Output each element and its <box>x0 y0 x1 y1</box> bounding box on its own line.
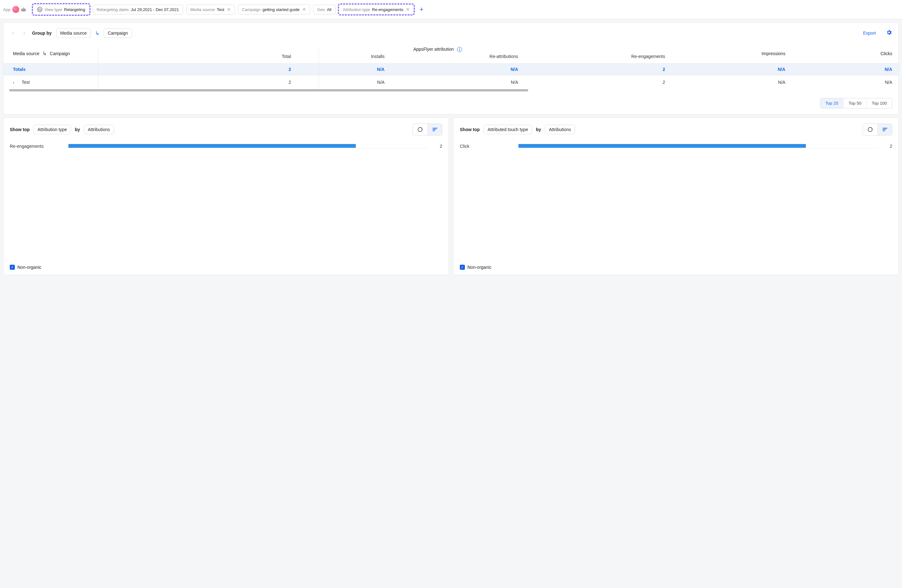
card-footer: ✓ Non-organic <box>10 265 442 270</box>
row-name-cell[interactable]: › Test <box>3 75 204 89</box>
row-reattr: N/A <box>391 75 525 89</box>
dates-label: Retargeting dates <box>97 7 129 12</box>
row-installs: N/A <box>298 75 391 89</box>
dim-header-b: Campaign <box>50 51 70 56</box>
bar-track <box>518 144 878 149</box>
totals-installs: N/A <box>298 64 391 75</box>
bar-label: Re-engagements <box>10 144 63 149</box>
col-group-appsflyer: AppsFlyer attribution i <box>204 44 672 54</box>
donut-view-button[interactable] <box>863 124 877 135</box>
col-header-installs[interactable]: Installs <box>298 54 391 64</box>
filter-attribution-type[interactable]: Attribution type Re-engagements ✕ <box>339 5 414 14</box>
table-totals-row: Totals 2 N/A N/A 2 N/A N/A <box>3 64 899 75</box>
totals-reeng: 2 <box>525 64 671 75</box>
groupby-level1[interactable]: Media source <box>56 28 91 38</box>
bar-view-button[interactable] <box>428 124 442 135</box>
top-25-button[interactable]: Top 25 <box>821 98 843 108</box>
export-button[interactable]: Export <box>863 31 876 36</box>
by-label: by <box>75 127 80 132</box>
view-toggle <box>863 124 892 136</box>
chevron-right-icon[interactable]: › <box>13 80 17 85</box>
close-icon[interactable]: ✕ <box>406 7 410 12</box>
dimension-selector[interactable]: Attributed touch type <box>484 125 532 134</box>
totals-impr: N/A <box>671 64 791 75</box>
by-label: by <box>536 127 541 132</box>
horizontal-scrollbar[interactable] <box>3 89 899 92</box>
gear-icon[interactable] <box>886 29 892 37</box>
filter-dates[interactable]: Retargeting dates Jul 29,2021 - Dec 07,2… <box>92 5 183 14</box>
top-n-selector: Top 25 Top 50 Top 100 <box>3 92 899 114</box>
android-icon: 🤖 <box>21 7 26 12</box>
media-source-value: Test <box>217 7 224 12</box>
metric-selector[interactable]: Attributions <box>545 125 575 134</box>
bar-fill <box>68 144 356 148</box>
bar-row: Re-engagements 2 <box>10 144 442 149</box>
drill-down-icon: ↳ <box>95 30 99 36</box>
non-organic-label: Non-organic <box>467 265 491 270</box>
attr-type-value: Re-engagements <box>372 7 403 12</box>
card-attribution-type: Show top Attribution type by Attribution… <box>3 117 449 275</box>
col-header-clicks[interactable]: Clicks <box>792 44 899 64</box>
filter-view-type[interactable]: ? View type Retargeting <box>33 4 89 15</box>
card-footer: ✓ Non-organic <box>460 265 892 270</box>
table-row[interactable]: › Test 2 N/A N/A 2 N/A N/A <box>3 75 899 89</box>
row-reeng: 2 <box>525 75 671 89</box>
filter-media-source[interactable]: Media source Test ✕ <box>186 5 235 14</box>
bar-fill <box>518 144 806 148</box>
filter-bar: App 🤖 ? View type Retargeting Retargetin… <box>0 0 902 19</box>
add-filter-button[interactable]: + <box>417 5 426 14</box>
campaign-label: Campaign <box>242 7 261 12</box>
info-icon[interactable]: i <box>457 47 462 52</box>
show-top-label: Show top <box>10 127 30 132</box>
close-icon[interactable]: ✕ <box>302 7 306 12</box>
col-header-reattr[interactable]: Re-attributions <box>391 54 525 64</box>
top-50-button[interactable]: Top 50 <box>843 98 866 108</box>
filter-geo[interactable]: Geo All <box>313 5 336 14</box>
donut-view-button[interactable] <box>413 124 428 135</box>
col-header-impressions[interactable]: Impressions <box>671 44 791 64</box>
drill-down-icon: ↳ <box>42 50 47 56</box>
bar-track <box>68 144 428 149</box>
top-100-button[interactable]: Top 100 <box>866 98 892 108</box>
groupby-level2[interactable]: Campaign <box>104 28 132 38</box>
view-type-value: Retargeting <box>64 7 85 12</box>
main-table-panel: ‹ › Group by Media source ↳ Campaign Exp… <box>3 22 899 114</box>
view-toggle <box>413 124 442 136</box>
card-header: Show top Attribution type by Attribution… <box>10 124 442 136</box>
non-organic-checkbox[interactable]: ✓ <box>10 265 15 270</box>
card-header: Show top Attributed touch type by Attrib… <box>460 124 892 136</box>
app-icon <box>12 6 19 13</box>
bar-label: Click <box>460 144 514 149</box>
data-table: Media source ↳ Campaign AppsFlyer attrib… <box>3 44 899 92</box>
nav-next-button[interactable]: › <box>21 29 27 37</box>
panel-header: ‹ › Group by Media source ↳ Campaign Exp… <box>3 23 899 44</box>
bar-value: 2 <box>883 144 892 149</box>
totals-label: Totals <box>3 64 204 75</box>
row-clicks: N/A <box>792 75 899 89</box>
show-top-label: Show top <box>460 127 480 132</box>
nav-prev-button[interactable]: ‹ <box>10 29 16 37</box>
dim-header-a: Media source <box>13 51 39 56</box>
dimension-selector[interactable]: Attribution type <box>33 125 71 134</box>
geo-label: Geo <box>317 7 325 12</box>
metric-selector[interactable]: Attributions <box>84 125 114 134</box>
totals-clicks: N/A <box>792 64 899 75</box>
close-icon[interactable]: ✕ <box>227 7 231 12</box>
col-header-reeng[interactable]: Re-engagements <box>525 54 671 64</box>
row-total: 2 <box>204 75 298 89</box>
col-header-total[interactable]: Total <box>204 54 298 64</box>
non-organic-checkbox[interactable]: ✓ <box>460 265 465 270</box>
media-source-label: Media source <box>190 7 215 12</box>
bar-value: 2 <box>433 144 442 149</box>
bar-view-button[interactable] <box>877 124 892 135</box>
col-header-dimensions: Media source ↳ Campaign <box>3 44 204 64</box>
filter-app-label: App <box>3 7 10 12</box>
row-impr: N/A <box>671 75 791 89</box>
column-divider <box>319 47 319 92</box>
filter-campaign[interactable]: Campaign getting started guide ✕ <box>238 5 310 14</box>
totals-total: 2 <box>204 64 298 75</box>
filter-app[interactable]: App 🤖 <box>3 4 30 15</box>
non-organic-label: Non-organic <box>17 265 41 270</box>
bar-row: Click 2 <box>460 144 892 149</box>
card-attributed-touch-type: Show top Attributed touch type by Attrib… <box>453 117 899 275</box>
